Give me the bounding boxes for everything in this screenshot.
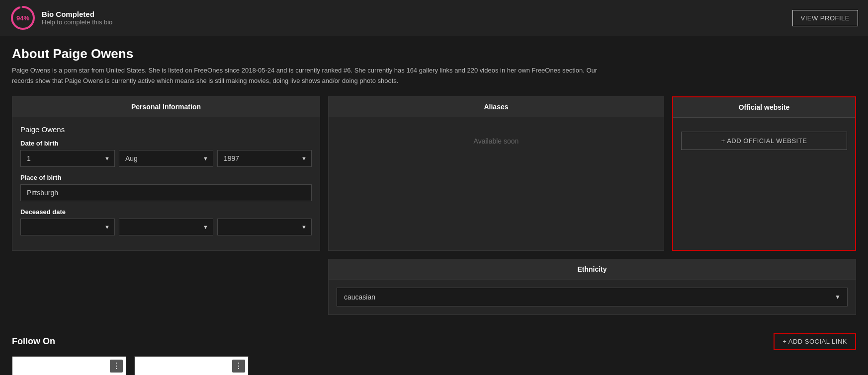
personal-info-header: Personal Information bbox=[12, 97, 320, 117]
deceased-selectors bbox=[20, 219, 312, 235]
available-soon-text: Available soon bbox=[337, 137, 656, 145]
about-title: About Paige Owens bbox=[12, 46, 856, 62]
bio-completed-section: 94% Bio Completed Help to complete this … bbox=[10, 5, 112, 31]
deceased-month-select[interactable] bbox=[119, 219, 213, 235]
dob-year-wrapper: 199719961998 bbox=[217, 150, 312, 167]
dob-selectors: 123 AugJanFeb 199719961998 bbox=[20, 150, 312, 167]
youtube-social-card: ⋮ You bbox=[12, 356, 126, 375]
bio-subtitle: Help to complete this bio bbox=[42, 18, 112, 26]
dob-month-select[interactable]: AugJanFeb bbox=[119, 150, 213, 167]
dob-year-select[interactable]: 199719961998 bbox=[217, 150, 312, 167]
progress-circle: 94% bbox=[10, 5, 36, 31]
official-website-body: + ADD OFFICIAL WEBSITE bbox=[673, 118, 855, 158]
ethnicity-panel: Ethnicity caucasian african asian latina bbox=[328, 259, 856, 315]
ethnicity-body: caucasian african asian latina bbox=[329, 280, 856, 314]
personal-info-body: Paige Owens Date of birth 123 AugJanFeb bbox=[12, 117, 320, 250]
deceased-year-wrapper bbox=[217, 219, 312, 235]
add-official-website-button[interactable]: + ADD OFFICIAL WEBSITE bbox=[681, 132, 847, 150]
main-content: About Paige Owens Paige Owens is a porn … bbox=[0, 36, 868, 333]
ethnicity-select-wrapper: caucasian african asian latina bbox=[337, 288, 848, 306]
view-profile-button[interactable]: VIEW PROFILE bbox=[792, 10, 858, 26]
info-grid: Personal Information Paige Owens Date of… bbox=[12, 96, 856, 251]
about-description: Paige Owens is a porn star from United S… bbox=[12, 66, 608, 86]
official-website-panel: Official website + ADD OFFICIAL WEBSITE bbox=[672, 96, 856, 251]
top-bar: 94% Bio Completed Help to complete this … bbox=[0, 0, 868, 36]
dob-month-wrapper: AugJanFeb bbox=[119, 150, 213, 167]
personal-info-panel: Personal Information Paige Owens Date of… bbox=[12, 96, 320, 251]
deceased-month-wrapper bbox=[119, 219, 213, 235]
freeones-card-menu[interactable]: ⋮ bbox=[232, 360, 245, 373]
place-of-birth-input[interactable] bbox=[20, 184, 312, 201]
social-cards-container: ⋮ You ⋮ F FREEONES bbox=[12, 356, 856, 375]
deceased-year-select[interactable] bbox=[217, 219, 312, 235]
aliases-header: Aliases bbox=[329, 97, 664, 117]
pob-label: Place of birth bbox=[20, 174, 312, 181]
dob-label: Date of birth bbox=[20, 140, 312, 147]
dob-day-wrapper: 123 bbox=[20, 150, 115, 167]
freeones-card-bg: F FREEONES bbox=[135, 357, 248, 375]
ethnicity-grid: Ethnicity caucasian african asian latina bbox=[12, 259, 856, 315]
deceased-day-wrapper bbox=[20, 219, 115, 235]
freeones-social-card: ⋮ F FREEONES bbox=[134, 356, 249, 375]
aliases-body: Available soon bbox=[329, 117, 664, 165]
bio-text: Bio Completed Help to complete this bio bbox=[42, 10, 112, 26]
follow-on-section: Follow On + ADD SOCIAL LINK ⋮ You ⋮ F bbox=[0, 333, 868, 375]
dob-day-select[interactable]: 123 bbox=[20, 150, 115, 167]
deceased-day-select[interactable] bbox=[20, 219, 115, 235]
follow-on-header: Follow On + ADD SOCIAL LINK bbox=[12, 333, 856, 350]
bio-title: Bio Completed bbox=[42, 10, 112, 18]
youtube-card-menu[interactable]: ⋮ bbox=[110, 360, 123, 373]
bio-percent: 94% bbox=[16, 14, 29, 22]
official-website-header: Official website bbox=[673, 97, 855, 118]
follow-on-title: Follow On bbox=[12, 336, 55, 347]
ethnicity-header: Ethnicity bbox=[329, 259, 856, 280]
aliases-panel: Aliases Available soon bbox=[328, 96, 664, 251]
youtube-card-bg: You bbox=[12, 357, 126, 375]
person-name: Paige Owens bbox=[20, 125, 312, 134]
ethnicity-select[interactable]: caucasian african asian latina bbox=[337, 288, 848, 306]
deceased-date-label: Deceased date bbox=[20, 208, 312, 216]
add-social-link-button[interactable]: + ADD SOCIAL LINK bbox=[774, 333, 856, 350]
